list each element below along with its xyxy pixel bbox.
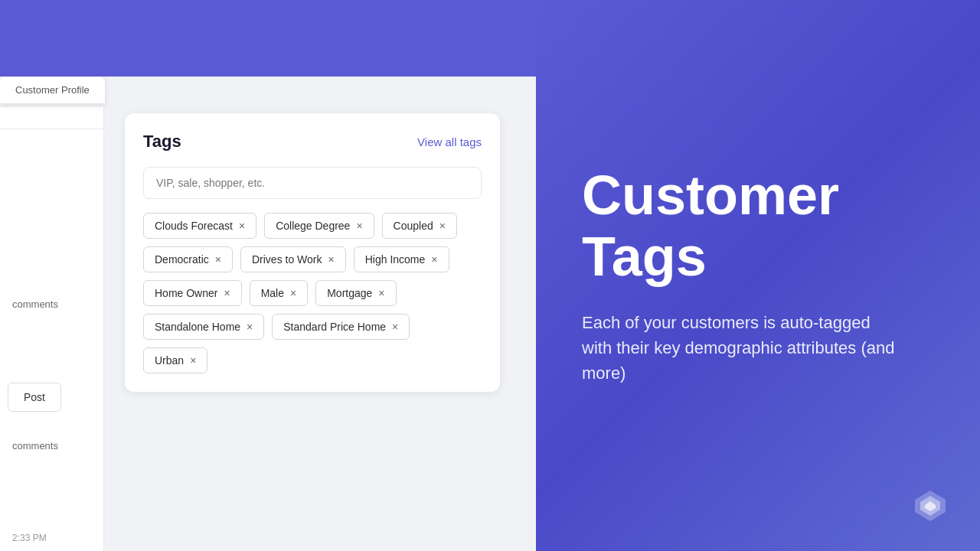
tag-remove-button[interactable]: ×	[439, 220, 446, 231]
card-header: Tags View all tags	[143, 132, 482, 152]
tag-remove-button[interactable]: ×	[392, 321, 398, 332]
tag-label: College Degree	[276, 220, 350, 232]
tag-label: High Income	[365, 253, 426, 266]
comments-label-top: comments	[12, 298, 58, 310]
tag-label: Coupled	[394, 220, 433, 232]
tag-item: Clouds Forecast×	[143, 213, 256, 239]
tag-label: Mortgage	[327, 287, 372, 299]
tags-container: Clouds Forecast×College Degree×Coupled×D…	[143, 213, 482, 373]
left-panel: Customer Profile comments Post comments …	[0, 0, 536, 551]
tag-remove-button[interactable]: ×	[247, 321, 253, 332]
profile-tab-label: Customer Profile	[15, 84, 90, 96]
logo	[911, 487, 949, 528]
tags-title: Tags	[143, 132, 181, 152]
tag-remove-button[interactable]: ×	[328, 254, 335, 265]
tag-label: Male	[261, 287, 284, 299]
tag-remove-button[interactable]: ×	[431, 254, 437, 265]
tag-item: Democratic×	[143, 246, 233, 272]
right-title-line2: Tags	[582, 227, 934, 287]
tag-item: Standalone Home×	[143, 314, 264, 340]
top-bar	[0, 0, 536, 77]
tag-remove-button[interactable]: ×	[378, 288, 384, 298]
comments-area-bottom: comments	[0, 432, 70, 459]
right-title-line1: Customer	[582, 165, 934, 226]
tag-search-input[interactable]	[143, 167, 482, 199]
post-button[interactable]: Post	[8, 383, 61, 412]
tag-item: Coupled×	[382, 213, 457, 239]
tag-label: Standard Price Home	[283, 321, 386, 333]
tag-label: Drives to Work	[252, 253, 322, 266]
tag-item: High Income×	[354, 246, 449, 272]
tag-item: Mortgage×	[315, 280, 396, 306]
tag-label: Home Owner	[155, 287, 217, 299]
profile-tab[interactable]: Customer Profile	[0, 77, 105, 103]
tag-label: Urban	[155, 354, 184, 367]
tag-label: Standalone Home	[155, 321, 240, 333]
tag-remove-button[interactable]: ×	[215, 254, 221, 265]
tag-item: College Degree×	[264, 213, 374, 239]
sidebar-item-2	[0, 132, 103, 151]
right-title: Customer Tags	[582, 165, 934, 286]
view-all-tags-link[interactable]: View all tags	[417, 135, 482, 148]
tag-remove-button[interactable]: ×	[290, 288, 296, 298]
right-description: Each of your customers is auto-tagged wi…	[582, 310, 903, 386]
timestamp: 2:33 PM	[12, 533, 47, 543]
tag-label: Democratic	[155, 253, 209, 266]
tag-item: Urban×	[143, 347, 207, 373]
sidebar	[0, 107, 104, 551]
tag-remove-button[interactable]: ×	[224, 288, 230, 298]
comments-area-top: comments	[0, 291, 70, 318]
tags-card: Tags View all tags Clouds Forecast×Colle…	[125, 113, 500, 392]
comments-label-bottom: comments	[12, 440, 58, 452]
tag-item: Drives to Work×	[240, 246, 346, 272]
tag-remove-button[interactable]: ×	[239, 220, 245, 231]
tag-remove-button[interactable]: ×	[190, 355, 196, 366]
tag-label: Clouds Forecast	[155, 220, 233, 232]
tag-item: Male×	[250, 280, 309, 306]
tag-item: Home Owner×	[143, 280, 242, 306]
right-panel: Customer Tags Each of your customers is …	[536, 0, 980, 551]
sidebar-item	[0, 107, 103, 126]
tag-remove-button[interactable]: ×	[356, 220, 362, 231]
tag-item: Standard Price Home×	[272, 314, 410, 340]
